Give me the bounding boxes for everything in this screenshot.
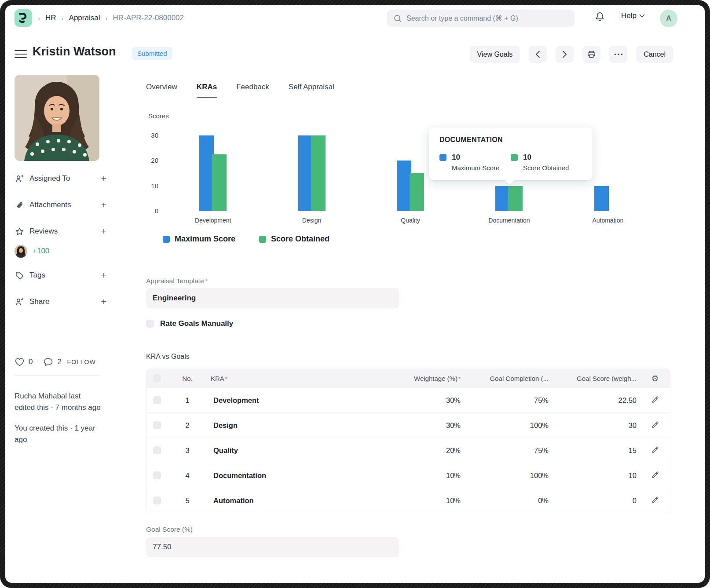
kra-name: Quality: [207, 446, 370, 455]
menu-icon[interactable]: [15, 47, 27, 61]
kra-name: Development: [207, 396, 370, 405]
add-attachments-button[interactable]: +: [101, 200, 109, 210]
paperclip-icon: [15, 201, 24, 210]
legend-item: Score Obtained: [259, 234, 329, 244]
edit-row-button[interactable]: [651, 420, 659, 430]
bar-quality-obtained[interactable]: [410, 173, 424, 211]
row-checkbox[interactable]: [153, 396, 161, 404]
tooltip-title: DOCUMENTATION: [439, 136, 582, 144]
sidebar-item-label: Reviews: [29, 227, 101, 236]
breadcrumb-item[interactable]: HR: [45, 14, 56, 22]
bar-documentation-obtained[interactable]: [508, 186, 523, 211]
row-number: 2: [168, 421, 207, 430]
breadcrumb-separator-icon: ›: [105, 15, 107, 22]
edit-row-button[interactable]: [651, 395, 659, 405]
goal-score-value: 22.50: [552, 396, 640, 405]
tooltip-swatch-obtained: [511, 154, 518, 161]
y-tick-label: 10: [141, 182, 158, 190]
legend-item: Maximum Score: [163, 234, 235, 244]
bar-design-obtained[interactable]: [311, 135, 326, 211]
sidebar-item-tags[interactable]: Tags+: [15, 269, 109, 281]
bar-automation-max[interactable]: [594, 186, 609, 211]
breadcrumb-item[interactable]: Appraisal: [69, 14, 100, 22]
dot-separator: ·: [37, 358, 39, 366]
add-share-button[interactable]: +: [101, 296, 109, 307]
tab-feedback[interactable]: Feedback: [236, 83, 269, 98]
add-assigned-to-button[interactable]: +: [101, 173, 109, 184]
table-row: 5Automation10%0%0: [146, 488, 670, 513]
row-checkbox[interactable]: [153, 497, 161, 504]
breadcrumb-separator-icon: ›: [62, 15, 64, 22]
row-checkbox-cell: [146, 497, 168, 504]
heart-icon[interactable]: [15, 357, 25, 366]
app-logo[interactable]: [15, 9, 32, 27]
sidebar-item-label: Share: [29, 297, 101, 306]
bar-pair: [397, 161, 424, 211]
row-checkbox[interactable]: [153, 471, 161, 479]
appraisal-template-field[interactable]: [146, 288, 399, 308]
sidebar-divider: [15, 375, 99, 376]
more-reviewers-link[interactable]: +100: [33, 247, 49, 256]
sidebar-item-reviews[interactable]: Reviews+: [15, 225, 109, 237]
row-edit-cell: [640, 420, 670, 430]
edit-row-button[interactable]: [651, 446, 659, 455]
rate-goals-row: Rate Goals Manually: [146, 319, 233, 328]
tag-icon: [15, 271, 24, 280]
edit-row-button[interactable]: [651, 471, 659, 480]
column-header: Goal Completion (...: [464, 375, 552, 382]
sidebar-item-attachments[interactable]: Attachments+: [15, 199, 109, 211]
social-row: 0 · 2 FOLLOW: [15, 357, 109, 366]
reviewer-avatar[interactable]: [15, 245, 27, 258]
follow-button[interactable]: FOLLOW: [67, 358, 96, 365]
goal-score-value: 30: [552, 421, 640, 430]
screenshot-frame: ›HR›Appraisal›HR-APR-22-0800002 Search o…: [0, 0, 710, 588]
created-note: You created this · 1 year ago: [15, 423, 102, 446]
goal-completion-value: 100%: [464, 421, 552, 430]
goal-completion-value: 75%: [464, 446, 552, 455]
breadcrumb-separator-icon: ›: [38, 15, 40, 22]
header-checkbox-cell: [146, 374, 168, 382]
tab-self-appraisal[interactable]: Self Appraisal: [289, 83, 334, 98]
row-checkbox[interactable]: [153, 446, 161, 454]
sidebar-item-share[interactable]: Share+: [15, 296, 109, 308]
kra-name: Design: [207, 421, 370, 430]
reviewers-row: +100: [15, 245, 109, 258]
weightage-value: 30%: [370, 396, 464, 405]
tab-kras[interactable]: KRAs: [197, 83, 217, 98]
row-checkbox-cell: [146, 446, 168, 454]
chart-legend: Maximum ScoreScore Obtained: [163, 234, 329, 244]
select-all-checkbox[interactable]: [153, 374, 161, 382]
table-row: 2Design30%100%30: [146, 413, 670, 438]
tab-bar: OverviewKRAsFeedbackSelf Appraisal: [146, 83, 334, 98]
legend-label: Score Obtained: [271, 234, 329, 244]
goal-score-value: 10: [552, 471, 640, 480]
chart-title: Scores: [148, 112, 169, 120]
row-edit-cell: [640, 496, 670, 505]
row-checkbox-cell: [146, 471, 168, 479]
row-checkbox[interactable]: [153, 421, 161, 429]
column-header: No.: [168, 375, 207, 382]
gear-icon[interactable]: ⚙: [651, 373, 659, 383]
sidebar: Assigned To+Attachments+Reviews+ +100 Ta…: [15, 75, 109, 446]
add-tags-button[interactable]: +: [101, 270, 109, 281]
column-header: KRA*: [207, 375, 370, 382]
weightage-value: 30%: [370, 421, 464, 430]
add-reviews-button[interactable]: +: [101, 226, 109, 237]
row-number: 3: [168, 446, 207, 455]
y-tick-label: 30: [141, 131, 158, 139]
weightage-value: 20%: [370, 446, 464, 455]
sidebar-item-assigned-to[interactable]: Assigned To+: [15, 172, 109, 185]
x-axis-label: Development: [164, 217, 262, 224]
share-icon: [15, 297, 24, 307]
hr-logo-glyph: [18, 12, 29, 24]
comment-icon[interactable]: [43, 357, 53, 366]
tooltip-label-max: Maximum Score: [452, 164, 499, 172]
kra-goals-table: No.KRA*Weightage (%)*Goal Completion (..…: [146, 369, 670, 513]
rate-goals-checkbox[interactable]: [146, 320, 154, 328]
bar-development-obtained[interactable]: [212, 154, 227, 211]
goal-score-value: 0: [552, 497, 640, 505]
y-tick-label: 0: [141, 207, 158, 215]
edit-row-button[interactable]: [651, 496, 659, 505]
tab-overview[interactable]: Overview: [146, 83, 177, 98]
goal-score-field[interactable]: [146, 537, 399, 557]
